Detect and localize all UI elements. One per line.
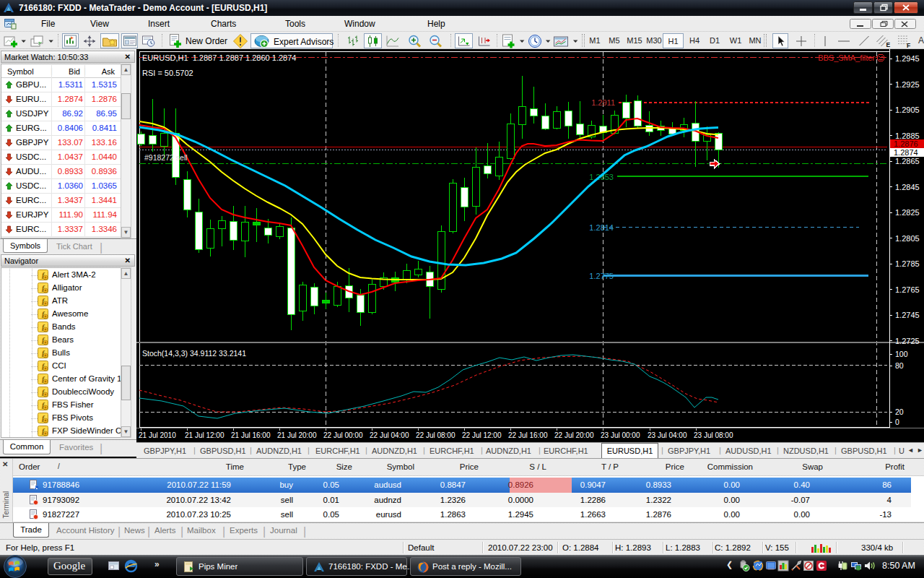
svg-text:23 Jul 04:00: 23 Jul 04:00 — [648, 431, 687, 439]
svg-text:80: 80 — [895, 361, 904, 370]
svg-text:1.2945: 1.2945 — [895, 54, 920, 63]
svg-text:21 Jul 12:00: 21 Jul 12:00 — [185, 431, 225, 439]
svg-text:0: 0 — [895, 418, 899, 426]
svg-text:F: F — [907, 42, 910, 48]
svg-text:1.2865: 1.2865 — [895, 157, 920, 165]
svg-text:1.2845: 1.2845 — [895, 183, 920, 191]
svg-text:RSI = 50.5702: RSI = 50.5702 — [142, 69, 193, 77]
svg-text:1.2885: 1.2885 — [895, 131, 920, 140]
svg-text:1.2876: 1.2876 — [894, 139, 918, 148]
svg-text:Stoch(14,3,3) 34.9112 33.2141: Stoch(14,3,3) 34.9112 33.2141 — [142, 349, 246, 358]
svg-text:22 Jul 00:00: 22 Jul 00:00 — [323, 431, 363, 439]
svg-text:1.2775: 1.2775 — [589, 272, 614, 280]
svg-text:22 Jul 08:00: 22 Jul 08:00 — [416, 431, 456, 439]
svg-text:20: 20 — [895, 407, 904, 416]
svg-text:100: 100 — [895, 350, 908, 358]
svg-text:#918272 sell: #918272 sell — [144, 153, 188, 162]
svg-text:BBS_SMA_filter: BBS_SMA_filter — [818, 53, 875, 62]
svg-text:1.2725: 1.2725 — [895, 337, 920, 345]
svg-text:23 Jul 00:00: 23 Jul 00:00 — [601, 431, 640, 439]
svg-text:1.2911: 1.2911 — [591, 98, 615, 107]
svg-text:21 Jul 20:00: 21 Jul 20:00 — [277, 431, 317, 439]
svg-text:1.2745: 1.2745 — [895, 311, 920, 319]
svg-text:1.2805: 1.2805 — [895, 234, 920, 243]
svg-text:21 Jul 2010: 21 Jul 2010 — [139, 431, 176, 439]
svg-text:22 Jul 16:00: 22 Jul 16:00 — [508, 431, 548, 439]
svg-text:1.2765: 1.2765 — [895, 285, 920, 294]
svg-text:1.2785: 1.2785 — [895, 259, 920, 268]
svg-text:1.2925: 1.2925 — [895, 80, 920, 89]
svg-text:1.2825: 1.2825 — [895, 208, 920, 217]
svg-text:1.2874: 1.2874 — [894, 148, 918, 157]
svg-text:22 Jul 20:00: 22 Jul 20:00 — [554, 431, 594, 439]
svg-text:22 Jul 12:00: 22 Jul 12:00 — [462, 431, 502, 439]
svg-text:22 Jul 04:00: 22 Jul 04:00 — [370, 431, 409, 439]
svg-text:1.2905: 1.2905 — [895, 105, 920, 114]
svg-text:23 Jul 08:00: 23 Jul 08:00 — [694, 431, 733, 439]
svg-text:1.2814: 1.2814 — [589, 223, 614, 232]
svg-text:EURUSD,H1 1.2887 1.2887 1.286: EURUSD,H1 1.2887 1.2887 1.2860 1.2874 — [142, 53, 296, 62]
svg-text:E: E — [886, 41, 890, 48]
svg-text:21 Jul 16:00: 21 Jul 16:00 — [231, 431, 271, 439]
